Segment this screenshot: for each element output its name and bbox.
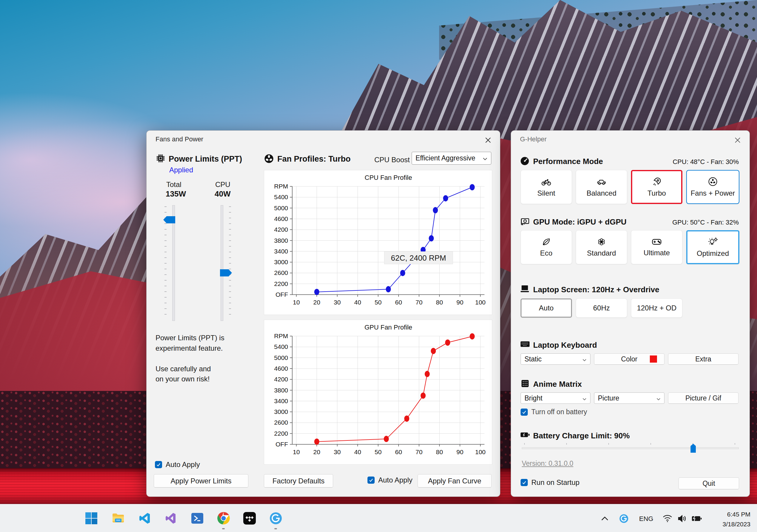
svg-text:50: 50: [375, 299, 381, 306]
svg-text:5400: 5400: [274, 343, 288, 350]
gpu-mode-header: GPU Mode: iGPU + dGPU: [533, 217, 626, 227]
tray-date: 3/18/2023: [723, 519, 750, 529]
svg-text:80: 80: [436, 299, 443, 306]
svg-text:10: 10: [293, 449, 300, 455]
svg-text:2200: 2200: [274, 280, 288, 287]
svg-text:20: 20: [314, 449, 320, 455]
perf-mode-turbo[interactable]: Turbo: [631, 170, 682, 204]
total-label: Total: [166, 181, 181, 189]
car-icon: [596, 177, 607, 187]
checkbox-checked-icon[interactable]: [368, 477, 375, 484]
screen-120hz-od-button[interactable]: 120Hz + OD: [631, 298, 682, 318]
start-button[interactable]: [84, 511, 99, 526]
battery-tray-icon[interactable]: [690, 513, 703, 524]
svg-text:2200: 2200: [274, 430, 288, 437]
cpu-fan-curve-chart[interactable]: CPU Fan Profile102030405060708090100OFF2…: [264, 170, 492, 315]
svg-text:3400: 3400: [274, 398, 288, 405]
svg-text:5000: 5000: [274, 205, 288, 211]
total-power-slider[interactable]: [165, 205, 182, 321]
wifi-icon[interactable]: [661, 513, 673, 524]
close-icon[interactable]: [482, 134, 494, 146]
matrix-brightness-dropdown[interactable]: Bright: [521, 392, 590, 404]
cpu-chip-icon: [156, 153, 166, 163]
window-title: Fans and Power: [156, 135, 203, 143]
svg-text:70: 70: [415, 449, 422, 455]
svg-text:5000: 5000: [274, 354, 288, 361]
apply-power-limits-button[interactable]: Apply Power Limits: [154, 474, 248, 488]
svg-text:2600: 2600: [274, 419, 288, 426]
svg-text:100: 100: [475, 299, 486, 306]
rocket-icon: [651, 177, 662, 187]
chevron-down-icon: [483, 154, 487, 162]
gpu-fan-curve-chart[interactable]: GPU Fan Profile102030405060708090100OFF2…: [264, 320, 492, 464]
screen-auto-button[interactable]: Auto: [521, 298, 572, 318]
gpu-mode-ultimate[interactable]: Ultimate: [631, 230, 682, 264]
chevron-down-icon: [656, 394, 661, 402]
gpu-mode-standard[interactable]: Standard: [576, 230, 627, 264]
visual-studio-icon[interactable]: [164, 511, 178, 526]
checkbox-checked-icon[interactable]: [521, 479, 528, 486]
tidal-icon[interactable]: [242, 511, 257, 526]
quit-button[interactable]: Quit: [679, 477, 739, 490]
version-link[interactable]: Version: 0.31.0.0: [522, 460, 573, 467]
matrix-picture-gif-button[interactable]: Picture / Gif: [668, 392, 739, 404]
powershell-icon[interactable]: [190, 511, 205, 526]
tray-ghelper-icon[interactable]: [619, 513, 629, 524]
battery-charge-slider[interactable]: [522, 443, 739, 453]
file-explorer-icon[interactable]: [111, 511, 126, 526]
gpu-mode-eco[interactable]: Eco: [521, 230, 572, 264]
battery-slider-thumb[interactable]: [690, 444, 696, 453]
keyboard-mode-dropdown[interactable]: Static: [521, 353, 590, 365]
turn-off-on-battery-checkbox[interactable]: Turn off on battery: [521, 408, 587, 416]
fan-icon: [708, 177, 718, 187]
svg-text:CPU Fan Profile: CPU Fan Profile: [365, 174, 412, 181]
ghelper-window: G-Helper Performance Mode CPU: 48°C - Fa…: [511, 130, 750, 497]
ghelper-taskbar-icon[interactable]: [268, 511, 283, 526]
keyboard-color-button[interactable]: Color: [594, 353, 664, 365]
svg-text:60: 60: [395, 449, 402, 455]
svg-text:20: 20: [314, 299, 320, 306]
auto-apply-fan-checkbox[interactable]: Auto Apply: [368, 476, 412, 484]
svg-text:3000: 3000: [274, 259, 288, 266]
screen-60hz-button[interactable]: 60Hz: [576, 298, 627, 318]
auto-apply-power-checkbox[interactable]: Auto Apply: [155, 461, 200, 469]
fan-curve-tooltip: 62C, 2400 RPM: [391, 253, 446, 263]
volume-icon[interactable]: [676, 513, 688, 524]
perf-mode-silent[interactable]: Silent: [521, 170, 572, 204]
svg-text:50: 50: [375, 449, 381, 455]
run-on-startup-checkbox[interactable]: Run on Startup: [521, 478, 579, 487]
svg-text:4600: 4600: [274, 365, 288, 372]
perf-mode-balanced[interactable]: Balanced: [576, 170, 627, 204]
svg-text:40: 40: [354, 299, 361, 306]
power-limits-note: Power Limits (PPT) is experimental featu…: [156, 333, 225, 384]
battery-icon: [520, 431, 530, 439]
leaf-icon: [541, 237, 551, 247]
taskbar-clock[interactable]: 6:45 PM 3/18/2023: [723, 510, 750, 529]
vscode-icon[interactable]: [137, 511, 152, 526]
cpu-boost-dropdown[interactable]: Efficient Aggressive: [411, 152, 491, 165]
factory-defaults-button[interactable]: Factory Defaults: [264, 474, 333, 488]
perf-mode-fans-power[interactable]: Fans + Power: [686, 170, 740, 204]
svg-text:80: 80: [436, 449, 443, 455]
tray-language[interactable]: ENG: [639, 515, 653, 523]
gpu-mode-optimized[interactable]: Optimized: [686, 230, 740, 264]
tray-chevron-up-icon[interactable]: [598, 512, 611, 525]
cpu-power-slider[interactable]: [213, 205, 231, 321]
cpu-boost-label: CPU Boost: [374, 156, 410, 164]
keyboard-extra-button[interactable]: Extra: [668, 353, 739, 365]
chrome-icon[interactable]: [216, 511, 231, 526]
matrix-content-dropdown[interactable]: Picture: [594, 392, 664, 404]
svg-text:3800: 3800: [274, 387, 288, 394]
taskbar: ENG 6:45 PM 3/18/2023: [0, 504, 757, 532]
apply-fan-curve-button[interactable]: Apply Fan Curve: [418, 474, 492, 488]
chevron-down-icon: [582, 394, 587, 402]
svg-text:3000: 3000: [274, 408, 288, 415]
checkbox-checked-icon[interactable]: [521, 408, 528, 416]
bicycle-icon: [541, 177, 551, 187]
running-indicator: [274, 528, 277, 529]
cpu-temp-status: CPU: 48°C - Fan: 30%: [673, 158, 739, 166]
close-icon[interactable]: [732, 134, 743, 146]
gamepad-icon: [651, 238, 662, 246]
cpu-value: 40W: [215, 189, 230, 199]
checkbox-checked-icon[interactable]: [155, 461, 162, 468]
